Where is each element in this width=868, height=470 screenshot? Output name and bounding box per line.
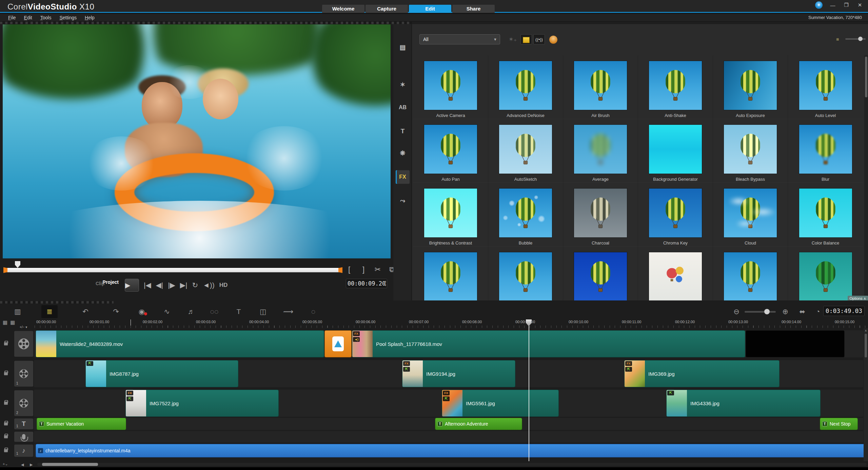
transition-clip[interactable]	[324, 330, 352, 357]
sidebar-instant-project-icon[interactable]: ✶	[396, 78, 410, 92]
filter-item[interactable]: Advanced DeNoise	[488, 55, 563, 119]
clip-mode-label[interactable]: Clip	[96, 281, 104, 286]
minimize-icon[interactable]: —	[829, 2, 836, 8]
clip-chantellebarry_letsplayinstrumental.m4a[interactable]: ♪chantellebarry_letsplayinstrumental.m4a	[36, 444, 866, 457]
filter-item[interactable]: Blur	[788, 119, 863, 183]
track-icon-overlay-2[interactable]: 2	[14, 390, 33, 416]
subtitle-editor-icon[interactable]: T	[231, 305, 247, 318]
menu-tools[interactable]: Tools	[40, 14, 52, 21]
track-icon-overlay-1[interactable]: 1	[14, 361, 33, 387]
menu-settings[interactable]: Settings	[59, 14, 77, 21]
slider-knob[interactable]	[764, 309, 770, 314]
clip-IMG7522.jpg[interactable]: FX⇱IMG7522.jpg	[125, 390, 279, 417]
filter-item[interactable]: Brightness & Contrast	[413, 183, 488, 247]
track-lock-icon[interactable]	[4, 423, 8, 426]
track-lock-icon[interactable]	[4, 342, 8, 346]
scroll-left-icon[interactable]: ◀	[21, 463, 24, 467]
scroll-right-icon[interactable]: ▶	[30, 463, 33, 467]
clip-Next Stop[interactable]: TNext Stop	[820, 418, 858, 430]
timeline-ruler[interactable]: ▦▦ +/− ▾ 00:00:00.0000:00:01.0000:00:02.…	[0, 319, 868, 328]
tab-capture[interactable]: Capture	[366, 5, 408, 13]
timeline-vertical-scrollbar[interactable]: ∧	[864, 328, 868, 461]
sidebar-motion-paths-icon[interactable]: ⤳	[396, 194, 410, 208]
track-lane-voice[interactable]	[34, 431, 863, 443]
track-icon-voice[interactable]	[14, 432, 33, 442]
clip-Pool Splash_117776618.mov[interactable]: FX◄)Pool Splash_117776618.mov	[352, 330, 745, 357]
sidebar-transitions-icon[interactable]: AB	[396, 101, 410, 114]
scroll-up-icon[interactable]: ∧	[864, 328, 868, 333]
clip-IMG9194.jpg[interactable]: FX⇱IMG9194.jpg	[402, 360, 515, 387]
clip-Waterslide2_84803289.mov[interactable]: Waterslide2_84803289.mov	[36, 330, 324, 357]
sidebar-graphics-icon[interactable]: ❋	[396, 146, 410, 160]
thumbnail-size-slider[interactable]	[845, 38, 866, 40]
fit-timeline-icon[interactable]: ⬌	[794, 305, 810, 318]
next-frame-button[interactable]: |▶	[168, 281, 175, 289]
track-lane-overlay-1[interactable]: ⇱IMG8787.jpgFX⇱IMG9194.jpgFX⇱IMG369.jpg	[34, 360, 863, 387]
sidebar-filters-icon[interactable]: FX	[396, 170, 410, 184]
gallery-scrollbar[interactable]	[864, 55, 868, 300]
filter-item[interactable]: Anti-Shake	[638, 55, 713, 119]
play-button[interactable]: ▶	[125, 279, 139, 292]
track-transparency-icon[interactable]: ◌◌	[206, 305, 222, 318]
slider-knob[interactable]	[858, 37, 863, 41]
track-lane-overlay-2[interactable]: FX⇱IMG7522.jpgFX⇱IMG5561.jpg⇱IMG4336.jpg	[34, 390, 863, 417]
gallery-view-toggle-icon[interactable]: ≡	[833, 34, 842, 44]
track-lock-icon[interactable]	[4, 449, 8, 452]
filter-item[interactable]	[638, 247, 713, 300]
filter-item[interactable]: Auto Level	[788, 55, 863, 119]
filter-item[interactable]: Auto Exposure	[713, 55, 788, 119]
preview-scrubber-bar[interactable]	[4, 268, 342, 272]
track-lane-video[interactable]: Waterslide2_84803289.movFX◄)Pool Splash_…	[34, 330, 863, 357]
filter-item[interactable]: Chroma Key	[638, 183, 713, 247]
filter-item[interactable]: Active Camera	[413, 55, 488, 119]
clip-IMG5561.jpg[interactable]: FX⇱IMG5561.jpg	[442, 390, 559, 417]
tab-edit[interactable]: Edit	[409, 5, 451, 13]
track-lock-icon[interactable]	[4, 402, 8, 405]
filter-item[interactable]: Average	[563, 119, 638, 183]
track-lock-icon[interactable]	[4, 435, 8, 438]
menu-edit[interactable]: Edit	[24, 14, 32, 21]
customize-toolbar-icon[interactable]: ◌	[305, 305, 321, 318]
filter-item[interactable]: Color Balance	[788, 183, 863, 247]
track-icon-title[interactable]: T1	[14, 418, 33, 429]
tab-share[interactable]: Share	[452, 5, 495, 13]
audio-filter-toggle[interactable]: ((•))	[533, 34, 545, 44]
add-track-button[interactable]: +⌄	[3, 462, 8, 466]
filter-item[interactable]: Background Generator	[638, 119, 713, 183]
record-capture-option-icon[interactable]: ◉	[134, 305, 150, 318]
track-icon-music[interactable]: ♪1	[14, 445, 33, 457]
ruler-track-toggle-icons[interactable]: ▦▦	[3, 319, 18, 326]
sidebar-media-library-icon[interactable]: ▤	[396, 41, 410, 54]
end-button[interactable]: ▶|	[180, 281, 188, 289]
trim-handle-start[interactable]	[3, 267, 7, 273]
filter-item[interactable]: Cloud	[713, 183, 788, 247]
volume-button[interactable]: ◄))	[203, 281, 215, 289]
updates-globe-icon[interactable]: ✦	[815, 1, 823, 9]
menu-help[interactable]: Help	[85, 14, 95, 21]
menu-file[interactable]: File	[8, 14, 16, 21]
track-lane-title[interactable]: TSummer VacationTAfternoon AdventureTNex…	[34, 418, 863, 430]
preview-timecode[interactable]: 00:00:09.20 ▲▼	[346, 279, 387, 288]
sidebar-titles-icon[interactable]: T	[396, 124, 410, 138]
clip-black[interactable]	[746, 330, 845, 357]
clip-Summer Vacation[interactable]: TSummer Vacation	[37, 418, 126, 430]
redo-icon[interactable]: ↷	[108, 305, 124, 318]
filter-item[interactable]	[413, 247, 488, 300]
third-party-filter-icon[interactable]	[548, 34, 558, 44]
clip-IMG8787.jpg[interactable]: ⇱IMG8787.jpg	[85, 360, 238, 387]
tab-welcome[interactable]: Welcome	[322, 5, 364, 13]
filter-item[interactable]	[788, 247, 863, 300]
add-to-favorites-icon[interactable]: ✶₊	[508, 34, 518, 44]
close-icon[interactable]: ✕	[856, 2, 863, 8]
previous-frame-button[interactable]: ◀|	[156, 281, 163, 289]
storyboard-view-icon[interactable]: ▥	[9, 305, 26, 318]
filter-item[interactable]: AutoSketch	[488, 119, 563, 183]
split-clip-button[interactable]: ✂	[374, 265, 382, 274]
track-icon-video[interactable]	[14, 331, 33, 357]
preview-scrubber-handle[interactable]	[15, 261, 20, 268]
track-lane-music[interactable]: ♪chantellebarry_letsplayinstrumental.m4a	[34, 444, 863, 457]
filter-item[interactable]: Charcoal	[563, 183, 638, 247]
undo-icon[interactable]: ↶	[77, 305, 94, 318]
clip-IMG4336.jpg[interactable]: ⇱IMG4336.jpg	[666, 390, 821, 417]
timeline-view-icon[interactable]: ≣	[41, 305, 58, 318]
